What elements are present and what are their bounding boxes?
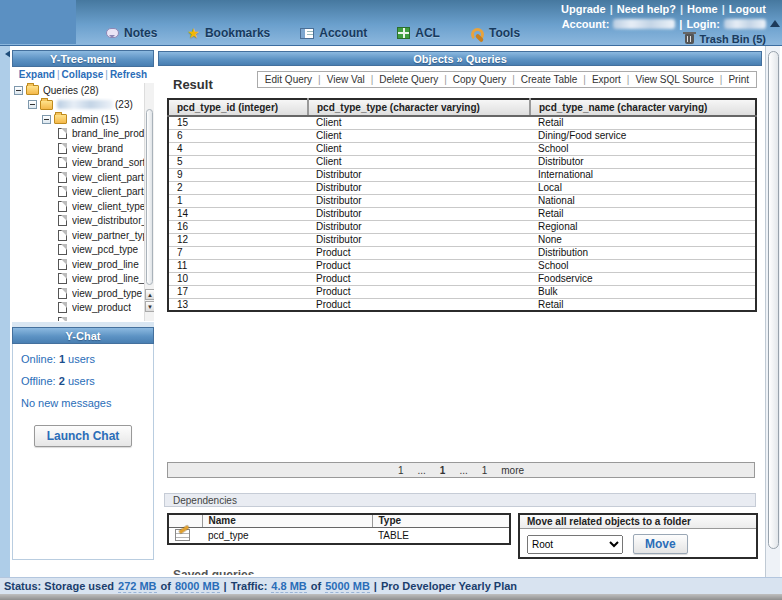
nav-item-tools[interactable]: Tools [470, 26, 520, 40]
column-header-pcd-type-type[interactable]: pcd_type_type (character varying) [308, 99, 530, 116]
table-row[interactable]: 9DistributorInternational [168, 168, 756, 181]
move-button[interactable]: Move [633, 534, 688, 554]
tree-folder-label: Queries (28) [43, 85, 99, 96]
table-row[interactable]: 11ProductSchool [168, 259, 756, 272]
tree-item-view-client-type[interactable]: view_client_type [12, 199, 154, 214]
table-cell: Client [308, 155, 530, 168]
tree-item-view-prod-line[interactable]: view_prod_line [12, 257, 154, 272]
tree-item-view-distributor-ty[interactable]: view_distributor_ty [12, 214, 154, 229]
nav-item-notes[interactable]: Notes [106, 26, 157, 40]
toolbar-print[interactable]: Print [728, 74, 749, 85]
separator: | [512, 74, 515, 85]
pagination-item-1-0[interactable]: 1 [398, 465, 404, 476]
storage-total-link[interactable]: 8000 MB [175, 580, 220, 593]
top-link-logout[interactable]: Logout [729, 3, 766, 15]
main-scrollbar[interactable] [765, 46, 780, 594]
main-scrollbar-thumb[interactable] [768, 51, 779, 549]
table-row[interactable]: 13ProductRetail [168, 298, 756, 311]
tree-scrollbar[interactable]: ▲ ▼ [144, 83, 154, 321]
folder-icon [26, 85, 39, 95]
table-row[interactable]: 17ProductBulk [168, 285, 756, 298]
trash-bin-link[interactable]: Trash Bin (5) [561, 33, 766, 45]
tree-action-refresh[interactable]: Refresh [110, 69, 147, 80]
storage-used-link[interactable]: 272 MB [118, 580, 157, 593]
table-row[interactable]: 4ClientSchool [168, 142, 756, 155]
traffic-used-link[interactable]: 4.8 MB [271, 580, 306, 593]
toolbar-view-val[interactable]: View Val [327, 74, 365, 85]
table-edit-icon[interactable] [175, 529, 190, 541]
file-icon [58, 302, 67, 313]
nav-item-bookmarks[interactable]: ★Bookmarks [187, 26, 270, 40]
table-row[interactable]: 2DistributorLocal [168, 181, 756, 194]
pagination-item-more-5[interactable]: more [501, 465, 524, 476]
traffic-total-link[interactable]: 5000 MB [325, 580, 370, 593]
tree-item-view-client-partne[interactable]: view_client_partne [12, 170, 154, 185]
scroll-up-arrow-icon[interactable] [770, 15, 780, 27]
table-cell: 11 [168, 259, 308, 272]
pagination-item--1[interactable]: ... [417, 465, 425, 476]
top-link-home[interactable]: Home [687, 3, 718, 15]
tree-scroll-down-button[interactable]: ▼ [145, 301, 154, 312]
tree-scroll-up-button[interactable]: ▲ [145, 289, 154, 300]
collapse-expander-icon[interactable] [14, 86, 23, 95]
table-row[interactable]: 14DistributorRetail [168, 207, 756, 220]
table-cell: 10 [168, 272, 308, 285]
tree-folder-23[interactable]: (23) [12, 98, 154, 113]
toolbar-export[interactable]: Export [592, 74, 621, 85]
table-row[interactable]: 5ClientDistributor [168, 155, 756, 168]
collapse-expander-icon[interactable] [42, 115, 51, 124]
toolbar-copy-query[interactable]: Copy Query [453, 74, 506, 85]
table-row[interactable]: 6ClientDining/Food service [168, 129, 756, 142]
pagination-item-1-4[interactable]: 1 [482, 465, 488, 476]
folder-select[interactable]: Root [527, 535, 623, 554]
table-row[interactable]: 10ProductFoodservice [168, 272, 756, 285]
toolbar-delete-query[interactable]: Delete Query [379, 74, 438, 85]
sidebar-collapse-strip[interactable] [0, 46, 10, 594]
tree-item-view-client-partne[interactable]: view_client_partne [12, 185, 154, 200]
tree-item-view-prod-type[interactable]: view_prod_type [12, 286, 154, 301]
tree-folder-queries-28[interactable]: Queries (28) [12, 83, 154, 98]
tree-item-partial [12, 315, 154, 321]
tree-item-view-pcd-type[interactable]: view_pcd_type [12, 243, 154, 258]
column-header-pcd-type-name[interactable]: pcd_type_name (character varying) [530, 99, 756, 116]
top-link-upgrade[interactable]: Upgrade [561, 3, 606, 15]
toolbar-edit-query[interactable]: Edit Query [265, 74, 312, 85]
nav-item-acl[interactable]: ACL [397, 26, 440, 40]
tree-item-brand-line-prod[interactable]: brand_line_prod [12, 127, 154, 142]
tree-item-view-partner-type[interactable]: view_partner_type [12, 228, 154, 243]
file-icon [58, 317, 67, 321]
file-icon [58, 143, 67, 154]
table-cell: Foodservice [530, 272, 756, 285]
dependency-row[interactable]: pcd_typeTABLE [168, 527, 510, 544]
tree-action-collapse[interactable]: Collapse [62, 69, 104, 80]
traffic-label: Traffic: [231, 580, 268, 592]
table-row[interactable]: 1DistributorNational [168, 194, 756, 207]
account-value-redacted [613, 19, 675, 29]
tree-item-view-prod-line-so[interactable]: view_prod_line_so [12, 272, 154, 287]
pagination-item--3[interactable]: ... [459, 465, 467, 476]
table-cell: National [530, 194, 756, 207]
table-row[interactable]: 12DistributorNone [168, 233, 756, 246]
separator: | [627, 74, 630, 85]
tree-action-expand[interactable]: Expand [19, 69, 55, 80]
tree-item-view-product[interactable]: view_product [12, 301, 154, 316]
dependencies-table: NameType pcd_typeTABLE [167, 513, 511, 545]
tree-item-view-brand[interactable]: view_brand [12, 141, 154, 156]
table-row[interactable]: 15ClientRetail [168, 116, 756, 129]
table-cell: 2 [168, 181, 308, 194]
toolbar-create-table[interactable]: Create Table [521, 74, 578, 85]
main-content: Objects » Queries Edit Query|View Val|De… [158, 46, 764, 594]
table-row[interactable]: 16DistributorRegional [168, 220, 756, 233]
column-header-pcd-type-id[interactable]: pcd_type_id (integer) [168, 99, 308, 116]
table-row[interactable]: 7ProductDistribution [168, 246, 756, 259]
status-label: Status: Storage used [4, 580, 114, 592]
launch-chat-button[interactable]: Launch Chat [34, 425, 133, 447]
tree-folder-admin-15[interactable]: admin (15) [12, 112, 154, 127]
toolbar-view-sql-source[interactable]: View SQL Source [635, 74, 713, 85]
top-link-need-help[interactable]: Need help? [617, 3, 676, 15]
collapse-expander-icon[interactable] [28, 100, 37, 109]
tree-scrollbar-thumb[interactable] [146, 109, 153, 285]
nav-item-account[interactable]: Account [300, 26, 367, 40]
tree-item-view-brand-sort[interactable]: view_brand_sort [12, 156, 154, 171]
offline-status: Offline: 2 users [21, 375, 145, 387]
